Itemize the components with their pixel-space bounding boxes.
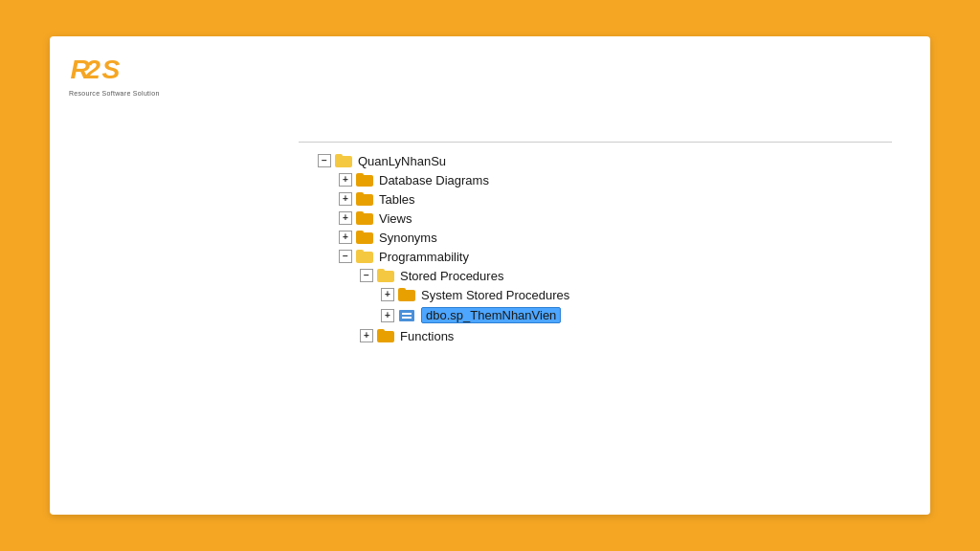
expander-programmability[interactable]: − — [339, 250, 352, 263]
tree-node-system-stored-procedures[interactable]: + System Stored Procedures — [381, 285, 569, 304]
tree-node-functions[interactable]: + Functions — [360, 326, 569, 345]
logo-subtitle: Resource Software Solution — [69, 90, 160, 97]
expander-synonyms[interactable]: + — [339, 231, 352, 244]
tree-node-synonyms[interactable]: + Synonyms — [339, 228, 569, 247]
logo-area: R 2 S Resource Software Solution — [69, 52, 160, 97]
tree-node-dbo-sp[interactable]: + dbo.sp_ThemNhanVien — [381, 304, 569, 326]
tree-node-db-diagrams[interactable]: + Database Diagrams — [339, 170, 569, 189]
node-label-synonyms: Synonyms — [379, 231, 437, 244]
expander-system-stored-procedures[interactable]: + — [381, 288, 394, 301]
node-label-stored-procedures: Stored Procedures — [400, 270, 503, 282]
proc-icon-inner — [399, 310, 414, 321]
logo-icon: R 2 S — [69, 52, 122, 88]
expander-db-diagrams[interactable]: + — [339, 173, 352, 187]
node-label-functions: Functions — [400, 330, 454, 342]
folder-icon-functions — [377, 329, 394, 342]
node-label-dbo-sp: dbo.sp_ThemNhanVien — [421, 307, 561, 323]
expander-views[interactable]: + — [339, 211, 352, 225]
expander-dbo-sp[interactable]: + — [381, 309, 394, 322]
folder-icon-db-diagrams — [356, 173, 373, 187]
svg-text:2: 2 — [84, 54, 100, 84]
folder-icon-root — [335, 154, 352, 167]
tree-node-root[interactable]: − QuanLyNhanSu — [318, 151, 569, 170]
folder-icon-stored-procedures — [377, 269, 394, 282]
divider — [299, 142, 892, 143]
node-label-tables: Tables — [379, 193, 415, 206]
tree-node-stored-procedures[interactable]: − Stored Procedures — [360, 266, 569, 285]
folder-icon-synonyms — [356, 231, 373, 244]
folder-icon-views — [356, 211, 373, 225]
node-label-root: QuanLyNhanSu — [358, 155, 446, 167]
node-label-system-stored-procedures: System Stored Procedures — [421, 289, 569, 301]
expander-functions[interactable]: + — [360, 329, 373, 342]
expander-stored-procedures[interactable]: − — [360, 269, 373, 282]
node-label-db-diagrams: Database Diagrams — [379, 174, 489, 187]
node-label-views: Views — [379, 212, 412, 225]
proc-icon-dbo-sp — [398, 309, 415, 322]
folder-icon-programmability — [356, 250, 373, 263]
tree-node-views[interactable]: + Views — [339, 209, 569, 228]
node-label-programmability: Programmability — [379, 251, 469, 263]
tree-container: − QuanLyNhanSu + Database Diagrams + Tab… — [318, 151, 569, 345]
folder-icon-system-stored-procedures — [398, 288, 415, 301]
expander-tables[interactable]: + — [339, 192, 352, 206]
svg-text:S: S — [102, 54, 121, 84]
expander-root[interactable]: − — [318, 154, 331, 167]
tree-node-tables[interactable]: + Tables — [339, 189, 569, 209]
folder-icon-tables — [356, 192, 373, 206]
tree-node-programmability[interactable]: − Programmability — [339, 247, 569, 266]
main-card: R 2 S Resource Software Solution − QuanL… — [50, 36, 930, 515]
